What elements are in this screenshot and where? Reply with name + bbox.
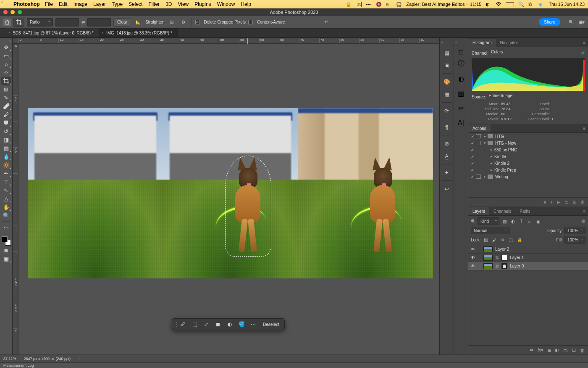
menu-plugins[interactable]: Plugins bbox=[194, 1, 211, 7]
more-icon[interactable]: ⋯ bbox=[248, 320, 259, 329]
new-fill-adjust-icon[interactable]: ◐ bbox=[555, 347, 559, 353]
select-subject-icon[interactable]: ⬚ bbox=[189, 320, 200, 329]
tab-layers[interactable]: Layers bbox=[468, 207, 489, 215]
lock-artboard-icon[interactable]: ⬚ bbox=[508, 236, 514, 243]
action-dialog-icon[interactable] bbox=[476, 134, 481, 138]
libraries-icon[interactable]: ▤ bbox=[442, 48, 452, 57]
layer-mask-thumbnail[interactable] bbox=[501, 263, 507, 269]
source-dropdown[interactable]: Entire Image bbox=[488, 93, 585, 100]
glyphs-icon[interactable]: A̲ bbox=[442, 151, 452, 161]
swap-dimensions-icon[interactable]: ⇄ bbox=[81, 20, 85, 24]
layer-fx-icon[interactable]: fx▾ bbox=[538, 347, 544, 353]
generative-fill-icon[interactable]: 🖊 bbox=[177, 320, 188, 329]
siri-icon[interactable]: ◉ bbox=[538, 2, 544, 7]
tab-histogram[interactable]: Histogram bbox=[468, 39, 496, 47]
mask-link-icon[interactable]: ⛓ bbox=[495, 256, 499, 260]
foreground-background-colors[interactable] bbox=[1, 236, 11, 246]
history-icon[interactable]: ↩ bbox=[442, 184, 452, 193]
menu-window[interactable]: Window bbox=[217, 1, 235, 7]
canvas[interactable]: ⋮ 🖊 ⬚ ⤢ ◼ ◐ 🪣 ⋯ Deselect bbox=[18, 44, 439, 355]
moon-icon[interactable]: ◐ bbox=[486, 2, 491, 7]
close-tab-icon[interactable]: × bbox=[8, 31, 10, 35]
app-name[interactable]: Photoshop bbox=[13, 1, 40, 7]
search-icon[interactable]: 🔍 bbox=[569, 20, 574, 24]
healing-tool[interactable]: 🩹 bbox=[1, 102, 11, 110]
clock[interactable]: Thu 15 Jun 14:23 bbox=[549, 2, 585, 7]
fill-icon[interactable]: 🪣 bbox=[236, 320, 247, 329]
disclosure-icon[interactable]: ▸ bbox=[489, 161, 494, 165]
ratio-preset-dropdown[interactable]: Ratio bbox=[27, 18, 53, 26]
bluetooth-icon[interactable]: ⎋ bbox=[386, 2, 392, 7]
blend-mode-dropdown[interactable]: Normal bbox=[471, 227, 509, 234]
zoom-tool[interactable]: 🔍 bbox=[1, 212, 11, 220]
close-tab-icon[interactable]: × bbox=[102, 31, 104, 35]
overlay-grid-icon[interactable]: ⊞ bbox=[167, 18, 176, 26]
brushes-icon[interactable]: ⎚ bbox=[442, 139, 452, 148]
calendar-icon[interactable]: 15 bbox=[356, 2, 362, 7]
add-mask-icon[interactable]: ◙ bbox=[548, 348, 551, 353]
panel-expand-icon[interactable]: « bbox=[1, 0, 3, 4]
filter-toggle[interactable] bbox=[581, 219, 585, 223]
straighten-label[interactable]: Straighten bbox=[145, 20, 165, 24]
histogram-graph[interactable] bbox=[472, 58, 585, 91]
action-toggle-icon[interactable]: ✓ bbox=[470, 175, 475, 179]
filter-pixel-icon[interactable]: ▧ bbox=[501, 218, 508, 225]
lasso-tool[interactable]: ⌕ bbox=[1, 60, 11, 68]
dodge-tool[interactable]: 🔆 bbox=[1, 161, 11, 169]
menu-image[interactable]: Image bbox=[74, 1, 87, 7]
lock-transparency-icon[interactable]: ▨ bbox=[483, 236, 489, 243]
layer-filter-kind[interactable]: Kind bbox=[478, 217, 499, 225]
menu-layer[interactable]: Layer bbox=[93, 1, 106, 7]
layer-thumbnail[interactable] bbox=[483, 263, 493, 269]
quick-select-tool[interactable]: ✧ bbox=[1, 69, 11, 77]
tab-actions[interactable]: Actions bbox=[468, 124, 491, 132]
paragraph-icon[interactable]: A| bbox=[458, 119, 464, 127]
tab-paths[interactable]: Paths bbox=[515, 207, 535, 215]
visibility-icon[interactable]: 👁 bbox=[470, 247, 476, 252]
wifi-icon[interactable] bbox=[496, 2, 501, 6]
new-set-icon[interactable]: 🗀 bbox=[564, 200, 569, 204]
layer-name[interactable]: Layer 1 bbox=[510, 255, 524, 260]
play-icon[interactable]: ▶ bbox=[557, 200, 560, 204]
mask-icon[interactable]: ◼ bbox=[213, 320, 223, 329]
lock-position-icon[interactable]: ✥ bbox=[499, 236, 506, 243]
clone-stamp-tool[interactable]: ⛊ bbox=[1, 119, 11, 127]
action-row[interactable]: ✓▸HTG bbox=[468, 133, 588, 140]
new-action-icon[interactable]: ⊞ bbox=[573, 200, 576, 204]
transform-icon[interactable]: ⤢ bbox=[201, 320, 212, 329]
history-brush-tool[interactable]: ↺ bbox=[1, 127, 11, 135]
marquee-tool[interactable]: ▭ bbox=[1, 52, 11, 60]
new-group-icon[interactable]: 🗀 bbox=[563, 348, 568, 353]
headphones-icon[interactable]: 🎧 bbox=[396, 2, 402, 7]
menu-view[interactable]: View bbox=[178, 1, 189, 7]
frame-tool[interactable]: ⊠ bbox=[1, 85, 11, 93]
tool-presets-icon[interactable]: ⊡ bbox=[458, 48, 464, 56]
disclosure-icon[interactable]: ▸ bbox=[489, 148, 494, 152]
share-button[interactable]: Share bbox=[539, 18, 560, 26]
refresh-icon[interactable]: ⟳ bbox=[581, 51, 585, 56]
properties-icon[interactable]: ▣ bbox=[442, 61, 452, 70]
adjustments-icon[interactable]: ⟳ bbox=[442, 106, 452, 115]
panel-menu-icon[interactable]: ≡ bbox=[580, 207, 588, 215]
layer-mask-thumbnail[interactable] bbox=[501, 255, 507, 261]
layer-name[interactable]: Layer 2 bbox=[495, 247, 509, 252]
menu-select[interactable]: Select bbox=[129, 1, 142, 7]
action-dialog-icon[interactable] bbox=[476, 141, 481, 145]
visibility-icon[interactable]: 👁 bbox=[470, 255, 476, 260]
hand-tool[interactable]: ✋ bbox=[1, 203, 11, 211]
lock-pixels-icon[interactable]: 🖌 bbox=[491, 236, 498, 243]
adjustment-icon[interactable]: ◐ bbox=[224, 320, 235, 329]
filter-smart-icon[interactable]: ▣ bbox=[535, 218, 541, 225]
menu-3d[interactable]: 3D bbox=[165, 1, 172, 7]
brush-tool[interactable]: 🖌 bbox=[1, 111, 11, 119]
action-row[interactable]: ✓▸Kindle 2 bbox=[468, 160, 588, 167]
crop-tool[interactable] bbox=[1, 77, 11, 85]
toolbox-expand-icon[interactable]: » bbox=[9, 40, 11, 43]
new-layer-icon[interactable]: ⊞ bbox=[572, 347, 576, 353]
eraser-tool[interactable]: ◨ bbox=[1, 136, 11, 144]
pen-tool[interactable]: ✒ bbox=[1, 169, 11, 177]
reset-icon[interactable]: ↶ bbox=[321, 18, 331, 26]
notes-icon[interactable]: ▤ bbox=[458, 90, 464, 98]
tab-channels[interactable]: Channels bbox=[489, 207, 515, 215]
quickmask-icon[interactable]: ◙ bbox=[1, 246, 11, 254]
